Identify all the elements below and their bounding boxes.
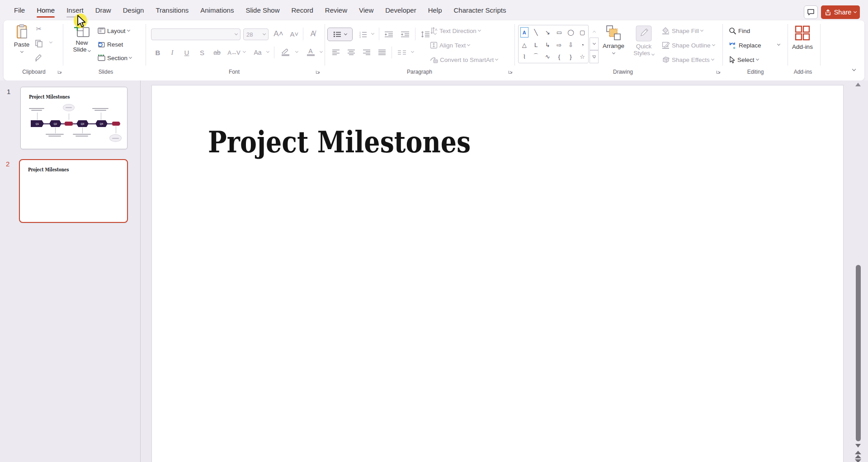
menu-tab-animations[interactable]: Animations [194, 0, 240, 20]
layout-button[interactable]: Layout [98, 26, 130, 36]
collapse-ribbon-icon[interactable] [852, 67, 856, 71]
scroll-up-arrow[interactable] [855, 83, 861, 86]
replace-button[interactable]: bc Replace [729, 40, 761, 50]
section-button[interactable]: Section [98, 53, 132, 63]
decrease-indent-button[interactable] [382, 28, 395, 40]
shape-curve-icon[interactable]: ∿ [542, 51, 553, 63]
shape-rectangle-icon[interactable]: ▭ [553, 25, 565, 39]
shape-text-box-icon[interactable]: A [520, 27, 528, 38]
chevron-down-icon[interactable] [295, 50, 298, 53]
shape-right-arrow-icon[interactable]: ⇨ [553, 39, 565, 50]
shape-down-arrow-icon[interactable]: ⇩ [565, 39, 577, 50]
increase-indent-button[interactable] [399, 28, 411, 40]
underline-button[interactable]: U [182, 47, 192, 58]
align-left-button[interactable] [330, 47, 342, 58]
menu-tab-review[interactable]: Review [319, 0, 353, 20]
menu-tab-transitions[interactable]: Transitions [150, 0, 194, 20]
shape-arrow-icon[interactable]: ↘ [542, 25, 553, 39]
drawing-dialog-launcher-icon[interactable] [716, 69, 722, 75]
shape-oval-icon[interactable]: ◯ [565, 25, 577, 39]
chevron-down-icon[interactable] [777, 42, 780, 46]
add-ins-button[interactable]: Add-ins [789, 24, 816, 50]
chevron-down-icon[interactable] [411, 50, 414, 53]
shape-fill-button[interactable]: Shape Fill [662, 26, 703, 36]
menu-tab-home[interactable]: Home [31, 0, 61, 20]
arrange-button[interactable]: Arrange [601, 25, 626, 54]
menu-tab-view[interactable]: View [353, 0, 379, 20]
font-size-combobox[interactable]: 28 [243, 28, 269, 40]
justify-button[interactable] [376, 47, 388, 58]
menu-tab-design[interactable]: Design [117, 0, 150, 20]
previous-slide-button[interactable] [855, 451, 861, 458]
numbering-button[interactable]: 123 [357, 28, 369, 40]
bold-button[interactable]: B [153, 47, 163, 58]
decrease-font-size-button[interactable]: A˅ [288, 28, 301, 40]
new-slide-button[interactable]: New Slide [70, 24, 94, 53]
text-highlight-color-button[interactable] [278, 46, 293, 58]
find-button[interactable]: Find [729, 26, 750, 36]
slide-title[interactable]: Project Milestones [208, 124, 471, 160]
text-direction-button[interactable]: A Text Direction [430, 26, 481, 36]
strikethrough-button[interactable]: ab [211, 47, 223, 58]
shape-effects-button[interactable]: Shape Effects [662, 55, 714, 65]
paste-button[interactable]: Paste [10, 24, 33, 52]
copy-button[interactable] [33, 38, 44, 48]
menu-tab-developer[interactable]: Developer [379, 0, 422, 20]
shape-arc-icon[interactable]: ⌒ [530, 51, 542, 63]
menu-tab-insert[interactable]: Insert [61, 0, 90, 20]
menu-tab-record[interactable]: Record [285, 0, 319, 20]
shape-elbow-connector-icon[interactable]: L [530, 39, 542, 50]
gallery-more-button[interactable] [590, 50, 599, 63]
font-dialog-launcher-icon[interactable] [316, 69, 321, 75]
slide-thumbnail-2[interactable]: Project Milestones [19, 159, 128, 223]
panel-divider[interactable] [140, 80, 141, 462]
menu-tab-help[interactable]: Help [422, 0, 448, 20]
shape-elbow-arrow-icon[interactable]: ↳ [542, 39, 553, 50]
clear-formatting-button[interactable]: A̸ [306, 28, 320, 40]
scroll-down-arrow[interactable] [855, 444, 861, 448]
menu-tab-character-scripts[interactable]: Character Scripts [448, 0, 512, 20]
shape-right-brace-icon[interactable]: } [565, 51, 577, 63]
gallery-scroll-up-button[interactable] [590, 25, 599, 38]
slide-thumbnail-1[interactable]: Project Milestones Q1 Q2 Q3 Q4 [20, 87, 127, 149]
gallery-scroll-down-button[interactable] [590, 38, 599, 50]
shape-scribble-icon[interactable]: ⌇ [519, 51, 530, 63]
shape-rounded-rectangle-icon[interactable]: ▢ [576, 25, 588, 39]
comments-button[interactable] [804, 5, 818, 19]
convert-to-smartart-button[interactable]: Convert to SmartArt [430, 55, 498, 65]
columns-button[interactable] [395, 47, 409, 58]
shape-line-icon[interactable]: ╲ [530, 25, 542, 39]
align-text-button[interactable]: Align Text [430, 40, 470, 50]
chevron-down-icon[interactable] [371, 32, 374, 35]
menu-tab-file[interactable]: File [8, 0, 31, 20]
shape-triangle-icon[interactable]: △ [519, 39, 530, 50]
chevron-down-icon[interactable] [49, 40, 52, 43]
align-right-button[interactable] [361, 47, 373, 58]
chevron-down-icon[interactable] [266, 50, 269, 53]
vertical-scrollbar-thumb[interactable] [856, 265, 861, 441]
font-color-button[interactable]: A [304, 46, 317, 58]
clipboard-dialog-launcher-icon[interactable] [57, 69, 63, 75]
shape-star-icon[interactable]: ☆ [576, 51, 588, 63]
chevron-down-icon[interactable] [243, 50, 246, 53]
quick-styles-button[interactable]: Quick Styles [631, 25, 656, 57]
menu-tab-draw[interactable]: Draw [90, 0, 117, 20]
change-case-button[interactable]: Aa [251, 47, 264, 58]
align-center-button[interactable] [345, 47, 357, 58]
bullets-button[interactable] [327, 28, 353, 41]
next-slide-button[interactable] [855, 459, 861, 462]
text-shadow-button[interactable]: S [197, 47, 207, 58]
menu-tab-slide-show[interactable]: Slide Show [240, 0, 285, 20]
cut-button[interactable]: ✂ [33, 24, 44, 34]
chevron-down-icon[interactable] [320, 50, 323, 53]
select-button[interactable]: Select [729, 55, 759, 65]
paragraph-dialog-launcher-icon[interactable] [508, 69, 514, 75]
shape-outline-button[interactable]: Shape Outline [662, 40, 715, 50]
shape-left-brace-icon[interactable]: { [553, 51, 565, 63]
slide-canvas[interactable]: Project Milestones [151, 85, 844, 462]
share-button[interactable]: Share [821, 5, 860, 19]
font-name-combobox[interactable] [151, 28, 241, 40]
format-painter-button[interactable] [33, 53, 44, 63]
reset-button[interactable]: Reset [98, 39, 123, 49]
italic-button[interactable]: I [167, 47, 177, 58]
